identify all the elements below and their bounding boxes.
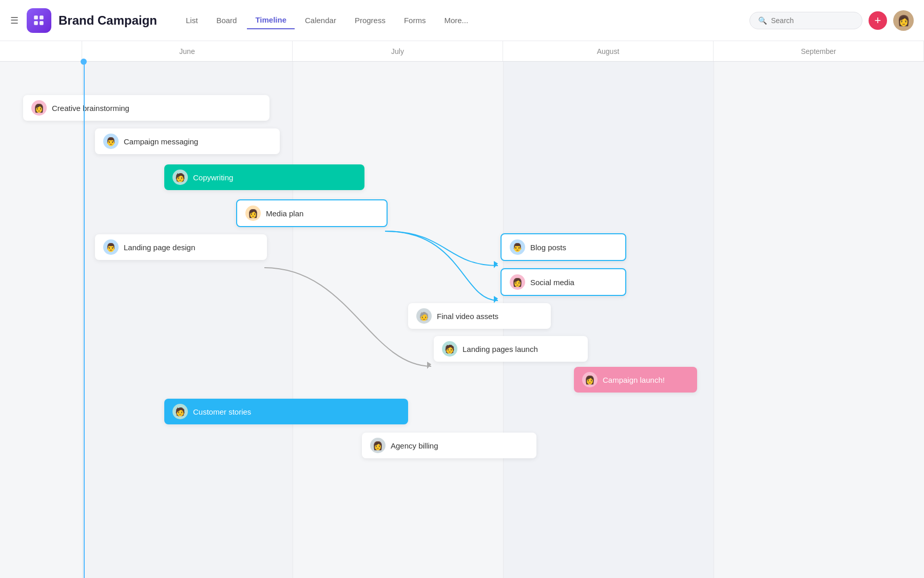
task-campaign-messaging[interactable]: 👨 Campaign messaging	[95, 128, 280, 154]
task-customer-stories[interactable]: 🧑 Customer stories	[164, 399, 408, 424]
project-title: Brand Campaign	[59, 13, 157, 28]
user-avatar[interactable]: 👩	[893, 10, 914, 31]
task-campaign-launch[interactable]: 👩 Campaign launch!	[574, 367, 697, 393]
avatar-campaign-msg: 👨	[103, 134, 119, 149]
tab-calendar[interactable]: Calendar	[297, 12, 344, 29]
month-september: September	[714, 41, 924, 61]
app-icon	[27, 8, 51, 33]
add-button[interactable]: +	[869, 11, 887, 30]
tab-board[interactable]: Board	[208, 12, 245, 29]
svg-marker-4	[494, 261, 498, 268]
tab-progress[interactable]: Progress	[346, 12, 394, 29]
task-landing-launch[interactable]: 🧑 Landing pages launch	[434, 336, 588, 362]
search-box[interactable]: 🔍	[749, 12, 862, 29]
task-agency-billing[interactable]: 👩 Agency billing	[362, 433, 536, 458]
avatar-landing-design: 👨	[103, 239, 119, 255]
svg-rect-3	[40, 21, 44, 25]
nav-tabs: List Board Timeline Calendar Progress Fo…	[178, 11, 749, 29]
months-header: June July August September	[0, 41, 924, 62]
svg-marker-5	[494, 296, 498, 303]
avatar-copywriting: 🧑	[172, 170, 188, 185]
today-line	[84, 62, 85, 578]
avatar-social-media: 👩	[510, 274, 525, 290]
task-final-video[interactable]: 🧓 Final video assets	[408, 303, 551, 329]
avatar-video: 🧓	[416, 308, 432, 324]
hamburger-menu[interactable]: ☰	[10, 15, 18, 26]
tab-more[interactable]: More...	[436, 12, 476, 29]
task-blog-posts[interactable]: 👨 Blog posts	[500, 233, 626, 261]
tab-forms[interactable]: Forms	[396, 12, 434, 29]
search-input[interactable]	[771, 16, 854, 25]
tab-timeline[interactable]: Timeline	[247, 11, 295, 29]
month-august: August	[503, 41, 714, 61]
app-header: ☰ Brand Campaign List Board Timeline Cal…	[0, 0, 924, 41]
avatar-agency: 👩	[370, 438, 386, 453]
tab-list[interactable]: List	[178, 12, 206, 29]
month-june: June	[82, 41, 293, 61]
today-dot	[81, 59, 87, 65]
avatar-blog-posts: 👨	[510, 239, 525, 255]
svg-rect-0	[34, 15, 38, 20]
month-july: July	[293, 41, 503, 61]
avatar-landing-launch: 🧑	[442, 341, 457, 357]
task-media-plan[interactable]: 👩 Media plan	[236, 199, 388, 227]
task-copywriting[interactable]: 🧑 Copywriting	[164, 164, 364, 190]
avatar-creative: 👩	[31, 100, 47, 116]
avatar-customer-stories: 🧑	[172, 404, 188, 419]
svg-marker-6	[427, 362, 431, 369]
avatar-campaign-launch: 👩	[582, 372, 598, 387]
grid-line-1	[293, 62, 293, 578]
grid-line-3	[714, 62, 714, 578]
avatar-media-plan: 👩	[245, 206, 261, 221]
timeline-container: June July August September 👩 Creative br…	[0, 41, 924, 578]
task-landing-page-design[interactable]: 👨 Landing page design	[95, 234, 267, 260]
task-social-media[interactable]: 👩 Social media	[500, 268, 626, 296]
task-creative-brainstorming[interactable]: 👩 Creative brainstorming	[23, 95, 270, 121]
header-right: 🔍 + 👩	[749, 10, 914, 31]
svg-rect-1	[40, 15, 44, 20]
svg-rect-2	[34, 21, 38, 25]
search-icon: 🔍	[758, 16, 767, 25]
